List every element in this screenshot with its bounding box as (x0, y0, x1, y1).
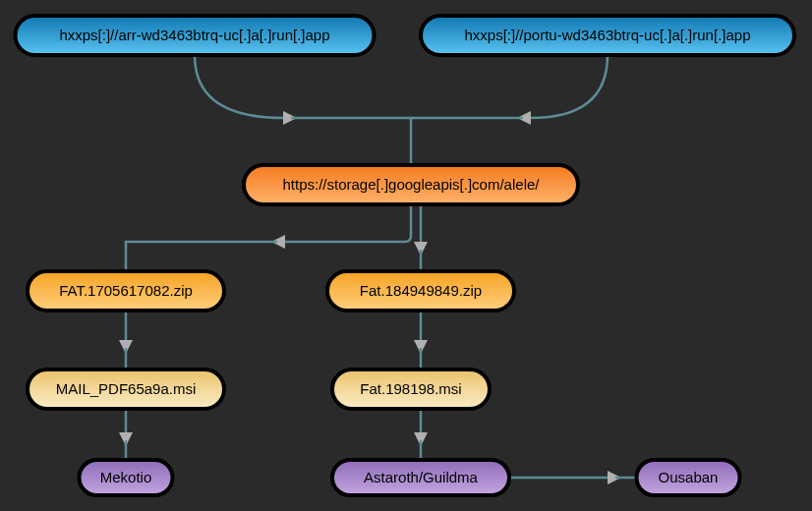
node-zip_left: FAT.1705617082.zip (28, 271, 224, 311)
node-url_portu: hxxps[:]//portu-wd3463btrq-uc[.]a[.]run[… (421, 16, 794, 55)
node-label: FAT.1705617082.zip (59, 282, 193, 299)
node-label: Ousaban (659, 469, 719, 485)
node-zip_right: Fat.184949849.zip (327, 271, 514, 311)
node-ousaban: Ousaban (637, 460, 740, 495)
node-label: Astaroth/Guildma (364, 469, 479, 485)
node-label: MAIL_PDF65a9a.msi (56, 380, 197, 397)
nodes-layer: hxxps[:]//arr-wd3463btrq-uc[.]a[.]run[.]… (16, 16, 795, 495)
edge-arr-storage-tail (291, 118, 411, 165)
node-storage: https://storage[.]googleapis[.]com/alele… (244, 165, 578, 204)
node-label: Fat.198198.msi (360, 380, 461, 397)
node-label: Fat.184949849.zip (360, 282, 482, 299)
node-msi_right: Fat.198198.msi (332, 369, 490, 409)
edge-storage-to-zipleft (285, 204, 411, 242)
infection-chain-diagram: hxxps[:]//arr-wd3463btrq-uc[.]a[.]run[.]… (0, 0, 812, 511)
node-label: hxxps[:]//arr-wd3463btrq-uc[.]a[.]run[.]… (59, 27, 329, 43)
node-url_arr: hxxps[:]//arr-wd3463btrq-uc[.]a[.]run[.]… (16, 16, 375, 55)
node-label: hxxps[:]//portu-wd3463btrq-uc[.]a[.]run[… (465, 27, 751, 43)
node-label: Mekotio (100, 469, 152, 485)
edge-portu-to-storage (531, 55, 608, 118)
node-label: https://storage[.]googleapis[.]com/alele… (283, 176, 541, 193)
node-astaroth: Astaroth/Guildma (332, 460, 509, 495)
edge-arr-to-storage (195, 55, 283, 118)
edge-zipleft-down (126, 242, 277, 271)
node-mekotio: Mekotio (80, 460, 173, 495)
node-msi_left: MAIL_PDF65a9a.msi (28, 369, 224, 409)
